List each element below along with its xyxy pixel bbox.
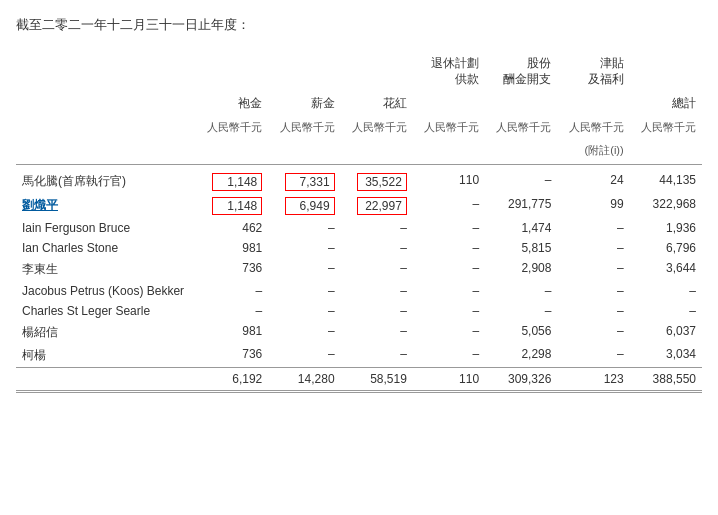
highlighted-value: 22,997 — [357, 197, 407, 215]
sub2-col-tuixiu — [413, 139, 485, 165]
row-value: – — [413, 344, 485, 368]
table-row: 劉熾平1,1486,94922,997–291,77599322,968 — [16, 194, 702, 218]
row-value: – — [557, 344, 629, 368]
row-name: Charles St Leger Searle — [16, 301, 196, 321]
row-value: 6,796 — [630, 238, 702, 258]
row-value: – — [268, 321, 340, 344]
row-value: – — [341, 258, 413, 281]
header-sub-row: 人民幣千元 人民幣千元 人民幣千元 人民幣千元 人民幣千元 人民幣千元 人民幣千… — [16, 116, 702, 139]
row-value: – — [557, 238, 629, 258]
sub-col-name — [16, 116, 196, 139]
row-value: – — [196, 301, 268, 321]
col-header-zongji — [630, 52, 702, 91]
row-value: – — [485, 281, 557, 301]
sub2-col-huahong — [341, 139, 413, 165]
row-value: 1,474 — [485, 218, 557, 238]
highlighted-value: 35,522 — [357, 173, 407, 191]
row-value: 2,298 — [485, 344, 557, 368]
row-value: 99 — [557, 194, 629, 218]
sub2-col-baojin — [196, 139, 268, 165]
col-header-name — [16, 52, 196, 91]
row-value: – — [485, 165, 557, 195]
col-header-baojin2: 袍金 — [196, 91, 268, 116]
col-header-huahong — [341, 52, 413, 91]
col-header-gufen: 股份酬金開支 — [485, 52, 557, 91]
row-value: – — [413, 218, 485, 238]
row-value: 1,148 — [196, 194, 268, 218]
row-value: – — [268, 281, 340, 301]
row-value: – — [341, 218, 413, 238]
row-value: 24 — [557, 165, 629, 195]
table-row: 楊紹信981–––5,056–6,037 — [16, 321, 702, 344]
row-value: 736 — [196, 344, 268, 368]
row-value: 1,148 — [196, 165, 268, 195]
col-header-jinlie2 — [557, 91, 629, 116]
total-value: 123 — [557, 368, 629, 392]
header-sub2-row: (附註(i)) — [16, 139, 702, 165]
sub-col-jinlie: 人民幣千元 — [557, 116, 629, 139]
row-value: 44,135 — [630, 165, 702, 195]
row-name: 楊紹信 — [16, 321, 196, 344]
sub-col-tuixiu: 人民幣千元 — [413, 116, 485, 139]
highlighted-value: 6,949 — [285, 197, 335, 215]
total-row: 6,19214,28058,519110309,326123388,550 — [16, 368, 702, 392]
row-name: 劉熾平 — [16, 194, 196, 218]
row-value: – — [268, 301, 340, 321]
col-header-tuixiu2 — [413, 91, 485, 116]
header-main2-row: 袍金 薪金 花紅 總計 — [16, 91, 702, 116]
sub2-col-jinlie: (附註(i)) — [557, 139, 629, 165]
row-value: – — [630, 301, 702, 321]
table-row: 李東生736–––2,908–3,644 — [16, 258, 702, 281]
row-value: – — [341, 321, 413, 344]
row-name: Ian Charles Stone — [16, 238, 196, 258]
row-value: – — [413, 194, 485, 218]
total-value: 388,550 — [630, 368, 702, 392]
row-value: – — [485, 301, 557, 321]
row-value: – — [413, 301, 485, 321]
table-row: 柯楊736–––2,298–3,034 — [16, 344, 702, 368]
table-row: Iain Ferguson Bruce462–––1,474–1,936 — [16, 218, 702, 238]
row-value: 736 — [196, 258, 268, 281]
row-value: – — [268, 218, 340, 238]
row-value: 1,936 — [630, 218, 702, 238]
row-value: – — [341, 238, 413, 258]
row-value: – — [341, 301, 413, 321]
row-name: 李東生 — [16, 258, 196, 281]
highlighted-value: 7,331 — [285, 173, 335, 191]
row-value: – — [268, 344, 340, 368]
total-value: 6,192 — [196, 368, 268, 392]
row-value: – — [341, 281, 413, 301]
col-header-xinjin2: 薪金 — [268, 91, 340, 116]
row-value: – — [630, 281, 702, 301]
col-header-huahong2: 花紅 — [341, 91, 413, 116]
col-header-gufen2 — [485, 91, 557, 116]
total-value: 58,519 — [341, 368, 413, 392]
row-value: 322,968 — [630, 194, 702, 218]
page-title: 截至二零二一年十二月三十一日止年度： — [16, 16, 702, 34]
row-value: – — [268, 258, 340, 281]
row-value: 981 — [196, 238, 268, 258]
row-value: 3,034 — [630, 344, 702, 368]
row-value: 2,908 — [485, 258, 557, 281]
row-name: 馬化騰(首席執行官) — [16, 165, 196, 195]
highlighted-value: 1,148 — [212, 173, 262, 191]
sub-col-xinjin: 人民幣千元 — [268, 116, 340, 139]
row-value: – — [196, 281, 268, 301]
row-value: – — [413, 281, 485, 301]
row-value: 291,775 — [485, 194, 557, 218]
row-value: 462 — [196, 218, 268, 238]
row-value: 3,644 — [630, 258, 702, 281]
row-value: – — [557, 301, 629, 321]
total-value: 14,280 — [268, 368, 340, 392]
col-header-baojin — [196, 52, 268, 91]
header-main-row: 退休計劃供款 股份酬金開支 津貼及福利 — [16, 52, 702, 91]
sub-col-gufen: 人民幣千元 — [485, 116, 557, 139]
row-value: 35,522 — [341, 165, 413, 195]
row-value: 5,815 — [485, 238, 557, 258]
row-name: 柯楊 — [16, 344, 196, 368]
total-value: 110 — [413, 368, 485, 392]
sub2-col-name — [16, 139, 196, 165]
col-header-zongji2: 總計 — [630, 91, 702, 116]
table-row: Ian Charles Stone981–––5,815–6,796 — [16, 238, 702, 258]
row-value: – — [413, 238, 485, 258]
